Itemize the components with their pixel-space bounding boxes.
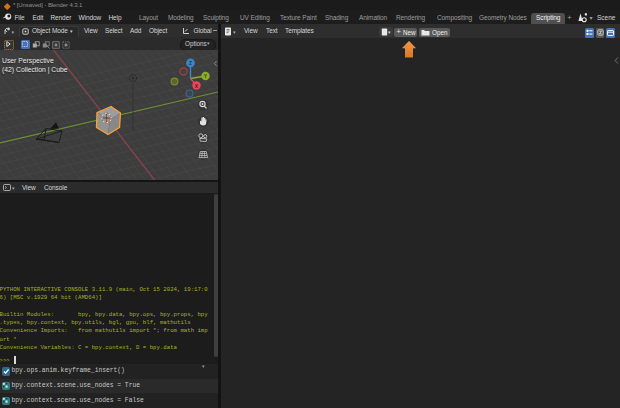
svg-text:Z: Z (189, 60, 192, 66)
